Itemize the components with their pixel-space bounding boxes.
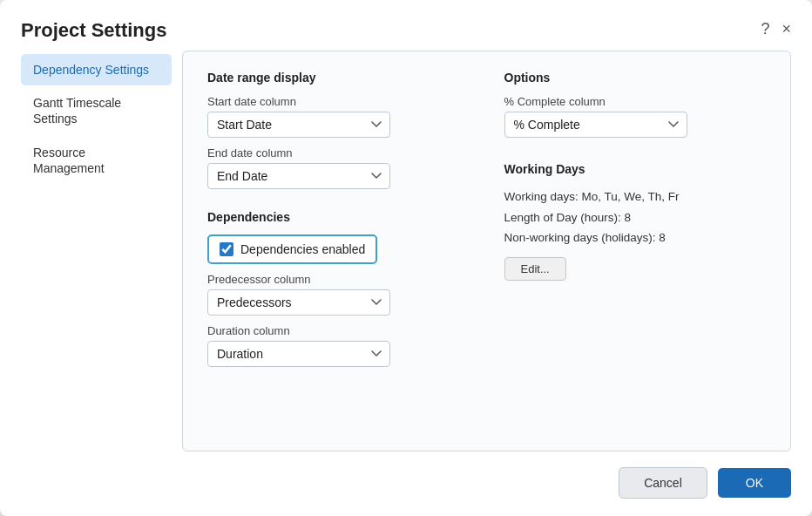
date-range-title: Date range display bbox=[207, 71, 470, 85]
cancel-button[interactable]: Cancel bbox=[619, 467, 707, 499]
dependencies-enabled-label: Dependencies enabled bbox=[240, 242, 365, 256]
duration-col-label: Duration column bbox=[207, 324, 470, 337]
percent-complete-label: % Complete column bbox=[504, 95, 767, 108]
close-icon[interactable]: × bbox=[782, 21, 791, 37]
right-section: Options % Complete column % Complete Act… bbox=[504, 71, 767, 281]
date-range-section: Date range display Start date column Sta… bbox=[207, 71, 470, 189]
help-icon[interactable]: ? bbox=[761, 21, 769, 37]
options-title: Options bbox=[504, 71, 767, 85]
working-days-info: Working days: Mo, Tu, We, Th, Fr Length … bbox=[504, 187, 767, 248]
left-section: Date range display Start date column Sta… bbox=[207, 71, 470, 367]
dialog-header: Project Settings ? × bbox=[0, 0, 812, 51]
percent-complete-select[interactable]: % Complete Actual % Complete bbox=[504, 112, 687, 138]
edit-working-days-button[interactable]: Edit... bbox=[504, 257, 566, 281]
dependencies-enabled-row: Dependencies enabled bbox=[207, 234, 377, 264]
start-date-select[interactable]: Start Date Baseline Start Actual Start bbox=[207, 112, 390, 138]
dialog-title: Project Settings bbox=[21, 19, 166, 42]
dependencies-section: Dependencies Dependencies enabled Predec… bbox=[207, 210, 470, 367]
end-date-label: End date column bbox=[207, 146, 470, 160]
dialog-body: Dependency Settings Gantt Timescale Sett… bbox=[0, 51, 812, 452]
duration-select[interactable]: Duration Actual Duration Remaining Durat… bbox=[207, 341, 390, 367]
predecessor-select[interactable]: Predecessors None bbox=[207, 289, 390, 316]
working-days-title: Working Days bbox=[504, 162, 767, 176]
project-settings-dialog: Project Settings ? × Dependency Settings… bbox=[0, 0, 812, 516]
length-of-day-text: Length of Day (hours): 8 bbox=[504, 207, 767, 228]
sidebar: Dependency Settings Gantt Timescale Sett… bbox=[21, 51, 182, 452]
dependencies-enabled-checkbox[interactable] bbox=[220, 242, 233, 256]
dialog-footer: Cancel OK bbox=[0, 452, 812, 516]
sidebar-item-resource-management[interactable]: Resource Management bbox=[21, 137, 172, 184]
working-days-section: Working Days Working days: Mo, Tu, We, T… bbox=[504, 162, 767, 281]
header-icons: ? × bbox=[761, 21, 791, 37]
start-date-label: Start date column bbox=[207, 95, 470, 108]
ok-button[interactable]: OK bbox=[718, 468, 791, 498]
non-working-days-text: Non-working days (holidays): 8 bbox=[504, 227, 767, 248]
end-date-select[interactable]: End Date Baseline End Actual End bbox=[207, 163, 390, 189]
sidebar-item-gantt-timescale-settings[interactable]: Gantt Timescale Settings bbox=[21, 87, 172, 134]
sidebar-item-dependency-settings[interactable]: Dependency Settings bbox=[21, 54, 172, 85]
predecessor-col-label: Predecessor column bbox=[207, 273, 470, 286]
content-panel: Date range display Start date column Sta… bbox=[182, 51, 791, 452]
dependencies-title: Dependencies bbox=[207, 210, 470, 224]
options-section: Options % Complete column % Complete Act… bbox=[504, 71, 767, 138]
working-days-text: Working days: Mo, Tu, We, Th, Fr bbox=[504, 187, 767, 207]
